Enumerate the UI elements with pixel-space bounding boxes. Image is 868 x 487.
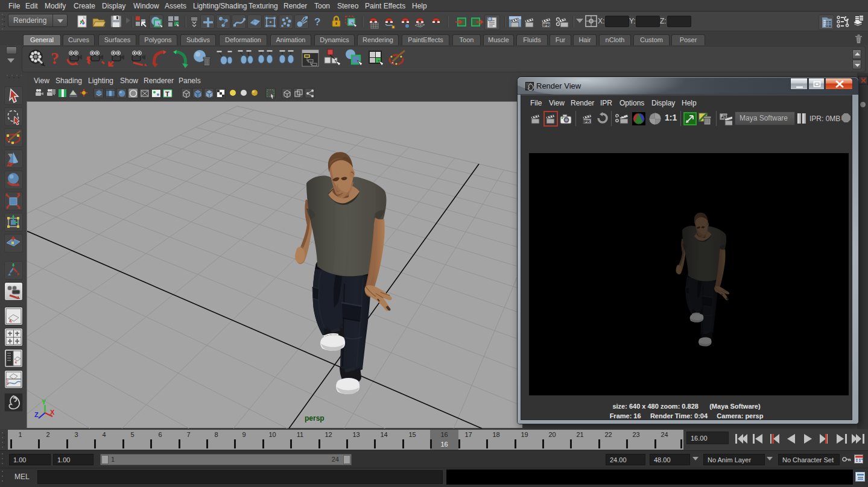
svg-text:T: T	[165, 90, 169, 98]
svg-text:Z: Z	[34, 411, 39, 418]
svg-text:Y: Y	[42, 398, 46, 406]
svg-text:X: X	[50, 409, 55, 416]
svg-text:?: ?	[314, 16, 320, 28]
svg-text:IPR: IPR	[583, 119, 590, 124]
svg-text:IPR: IPR	[543, 23, 550, 27]
svg-text:?: ?	[51, 49, 59, 68]
